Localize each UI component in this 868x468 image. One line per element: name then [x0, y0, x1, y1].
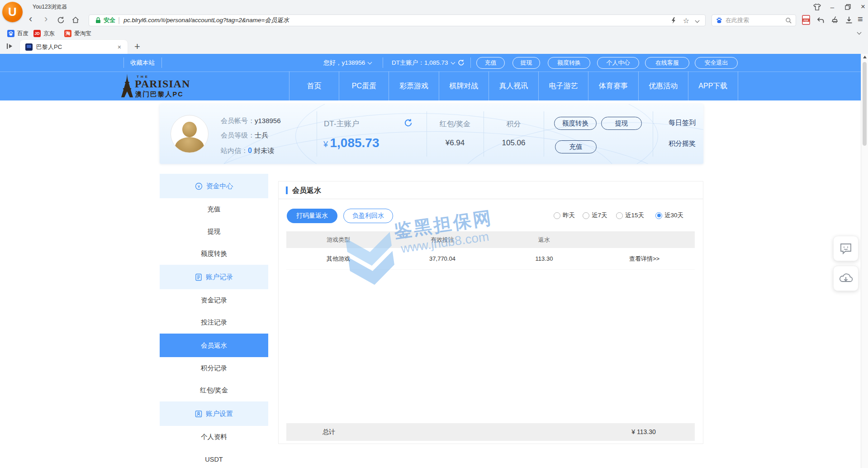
theme-skin-icon[interactable] — [811, 2, 823, 11]
sidebar-item-deposit[interactable]: 充值 — [160, 198, 268, 220]
refresh-wallet-icon[interactable] — [404, 119, 413, 127]
sidebar-item-transfer[interactable]: 额度转换 — [160, 243, 268, 265]
topbar-customer-service-button[interactable]: 在线客服 — [645, 57, 689, 69]
points-label: 积分 — [484, 119, 544, 129]
topbar-logout-button[interactable]: 安全退出 — [695, 57, 738, 69]
nav-promos[interactable]: 优惠活动 — [638, 72, 688, 100]
topbar-deposit-button[interactable]: 充值 — [476, 57, 505, 69]
nav-boardgames[interactable]: 棋牌对战 — [439, 72, 489, 100]
title-accent-bar — [286, 186, 288, 194]
nav-app-download[interactable]: APP下载 — [688, 72, 738, 100]
browser-search-box[interactable]: 在此搜索 — [711, 14, 796, 26]
address-dropdown-icon[interactable] — [695, 18, 700, 23]
new-tab-button[interactable]: + — [134, 41, 140, 53]
table-row: 其他游戏 37,770.04 113.30 查看详情>> — [286, 248, 695, 270]
topbar-transfer-button[interactable]: 额度转换 — [548, 57, 590, 69]
bookmarks-overflow-icon[interactable] — [857, 30, 862, 35]
chevron-down-icon — [368, 60, 372, 64]
minimize-button[interactable]: – — [826, 2, 838, 11]
app-download-float-button[interactable] — [833, 266, 859, 291]
radio-circle-selected — [655, 212, 662, 219]
total-value: ¥ 113.30 — [621, 428, 666, 435]
home-button[interactable] — [71, 16, 80, 24]
taobao-icon: 淘 — [64, 30, 71, 37]
sidebar-item-member-rebate[interactable]: 会员返水 — [160, 334, 268, 357]
undo-icon[interactable] — [816, 17, 825, 24]
user-greeting[interactable]: 您好，y138956 — [323, 54, 371, 72]
radio-last15days[interactable]: 近15天 — [616, 211, 644, 220]
refresh-button[interactable] — [57, 16, 65, 24]
tab-parisian[interactable]: 巴黎人PC × — [20, 40, 128, 54]
refresh-balance-icon[interactable] — [458, 59, 465, 66]
sidebar-item-bet-records[interactable]: 投注记录 — [160, 311, 268, 334]
bookmark-taobao[interactable]: 淘 爱淘宝 — [64, 29, 91, 38]
nav-sports[interactable]: 体育赛事 — [588, 72, 638, 100]
back-button[interactable]: ‹ — [29, 14, 32, 24]
radio-last30days[interactable]: 近30天 — [655, 211, 683, 220]
favorite-site-link[interactable]: 收藏本站 — [123, 54, 161, 72]
tab-turnover-rebate[interactable]: 打码量返水 — [287, 209, 337, 223]
bookmark-baidu[interactable]: 百度 — [7, 29, 28, 38]
inbox-label: 站内信： — [221, 147, 248, 154]
browser-window: U You123浏览器 – × ‹ › 安全 | pc.blryl6.com/#… — [0, 0, 868, 468]
save-pdf-icon[interactable]: PDF — [802, 15, 811, 26]
main-wallet-summary[interactable]: DT主账户：1,085.73 — [392, 54, 465, 72]
radio-label: 近7天 — [592, 211, 607, 220]
scrollbar-up-arrow[interactable] — [863, 56, 867, 58]
page-scrollbar[interactable] — [861, 54, 868, 468]
daily-signin-link[interactable]: 每日签到 — [660, 119, 703, 127]
points-lottery-link[interactable]: 积分摇奖 — [660, 139, 703, 148]
lock-icon — [95, 17, 102, 24]
search-icon[interactable] — [785, 17, 792, 24]
member-level-label: 会员等级： — [221, 131, 255, 139]
sidebar-item-usdt[interactable]: USDT — [160, 448, 268, 468]
bookmark-jd[interactable]: JD 京东 — [33, 29, 55, 38]
nav-pcdandan[interactable]: PC蛋蛋 — [339, 72, 389, 100]
logo-main: PARISIAN — [135, 78, 190, 90]
col-action — [594, 231, 695, 248]
sidebar-item-withdraw[interactable]: 提现 — [160, 220, 268, 243]
baidu-icon — [716, 17, 723, 24]
forward-button[interactable]: › — [44, 14, 47, 24]
url-text[interactable]: pc.blryl6.com/#/personal/accountLog?tag=… — [123, 16, 289, 24]
inbox-row[interactable]: 站内信：0 封未读 — [221, 147, 274, 155]
nav-live[interactable]: 真人视讯 — [489, 72, 538, 100]
tab-close-icon[interactable]: × — [118, 43, 121, 51]
wallet-amount: 1,085.73 — [330, 136, 379, 150]
radio-yesterday[interactable]: 昨天 — [554, 211, 575, 220]
close-window-button[interactable]: × — [857, 2, 868, 11]
sidebar-item-personal-info[interactable]: 个人资料 — [160, 426, 268, 448]
sidebar-item-points-records[interactable]: 积分记录 — [160, 357, 268, 379]
nav-lottery[interactable]: 彩票游戏 — [389, 72, 438, 100]
site-logo[interactable] — [120, 73, 134, 98]
bookmark-star-icon[interactable]: ☆ — [683, 16, 689, 25]
customer-service-float-button[interactable] — [833, 236, 859, 261]
radio-last7days[interactable]: 近7天 — [583, 211, 607, 220]
lightning-icon[interactable] — [670, 17, 677, 24]
view-details-link[interactable]: 查看详情>> — [594, 248, 695, 269]
menu-icon[interactable]: ≡ — [858, 14, 863, 24]
download-icon[interactable] — [845, 16, 853, 24]
sidebar-item-fund-records[interactable]: 资金记录 — [160, 289, 268, 311]
bonus-label: 红包/奖金 — [427, 119, 484, 129]
deposit-button[interactable]: 充值 — [555, 140, 597, 153]
page-title: 会员返水 — [292, 186, 321, 196]
browser-logo[interactable]: U — [2, 2, 23, 22]
clean-brush-icon[interactable] — [831, 16, 839, 24]
tab-panel-icon[interactable] — [6, 43, 14, 50]
transfer-button[interactable]: 额度转换 — [554, 117, 597, 130]
sidebar-item-bonus[interactable]: 红包/奖金 — [160, 379, 268, 401]
withdraw-button[interactable]: 提现 — [601, 117, 642, 130]
tab-netloss-rebate[interactable]: 负盈利回水 — [343, 209, 393, 223]
restore-button[interactable] — [842, 2, 854, 11]
avatar[interactable] — [171, 115, 209, 153]
topbar-personal-center-button[interactable]: 个人中心 — [597, 57, 639, 69]
scrollbar-thumb[interactable] — [863, 62, 867, 146]
member-account-value: y138956 — [255, 117, 281, 124]
topbar-withdraw-button[interactable]: 提现 — [512, 57, 540, 69]
nav-home[interactable]: 首页 — [289, 72, 339, 100]
address-bar[interactable]: 安全 | pc.blryl6.com/#/personal/accountLog… — [89, 14, 706, 26]
nav-slots[interactable]: 电子游艺 — [538, 72, 588, 100]
col-valid-bet: 有效投注 — [390, 231, 494, 248]
main-nav: 首页 PC蛋蛋 彩票游戏 棋牌对战 真人视讯 电子游艺 体育赛事 优惠活动 AP… — [289, 72, 738, 100]
